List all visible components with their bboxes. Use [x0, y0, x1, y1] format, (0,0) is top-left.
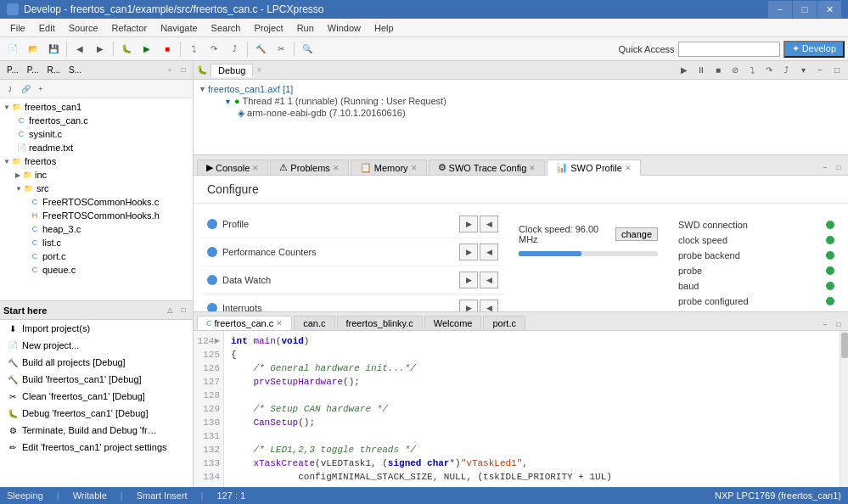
debug-arm[interactable]: ◈ arm-none-eabi-gdb (7.10.1.20160616) — [197, 107, 845, 120]
tree-item-hooks-h[interactable]: H FreeRTOSCommonHooks.h — [2, 209, 191, 222]
debug-root[interactable]: ▼ freertos_can1.axf [1] — [197, 83, 845, 95]
toolbar-save[interactable]: 💾 — [44, 40, 63, 59]
explorer-tab-p1[interactable]: P... — [3, 64, 22, 76]
start-here-maximize[interactable]: □ — [177, 305, 189, 316]
toolbar-debug[interactable]: 🐛 — [117, 40, 136, 59]
menu-window[interactable]: Window — [321, 21, 368, 35]
tab-console[interactable]: ▶ Console ✕ — [197, 160, 268, 175]
tree-new-file[interactable]: + — [34, 82, 48, 96]
menu-search[interactable]: Search — [205, 21, 248, 35]
debug-step-over[interactable]: ↷ — [761, 63, 777, 78]
menu-help[interactable]: Help — [368, 21, 401, 35]
debug-minimize[interactable]: − — [812, 63, 828, 78]
tab-swo-trace[interactable]: ⚙ SWO Trace Config ✕ — [429, 160, 546, 175]
quick-access-input[interactable] — [678, 42, 780, 57]
swo-maximize[interactable]: □ — [833, 161, 845, 173]
tree-item-readme[interactable]: 📄 readme.txt — [2, 141, 191, 154]
debug-tab-close[interactable]: ✕ — [256, 66, 262, 74]
tree-root[interactable]: ▼ 📁 freertos_can1 — [2, 100, 191, 114]
dw-btn1[interactable]: ▶ — [459, 272, 478, 288]
explorer-tab-r[interactable]: R... — [43, 64, 64, 76]
problems-tab-close[interactable]: ✕ — [333, 164, 340, 172]
toolbar-step-over[interactable]: ↷ — [205, 40, 223, 59]
action-debug[interactable]: 🐛 Debug 'freertos_can1' [Debug] — [0, 405, 193, 422]
toolbar-run[interactable]: ▶ — [138, 40, 156, 59]
tab-problems[interactable]: ⚠ Problems ✕ — [270, 160, 348, 175]
explorer-tab-s[interactable]: S... — [65, 64, 85, 76]
menu-refactor[interactable]: Refactor — [105, 21, 154, 35]
tree-item-heap[interactable]: C heap_3.c — [2, 222, 191, 236]
toolbar-fwd[interactable]: ▶ — [91, 40, 110, 59]
toolbar-new[interactable]: 📄 — [3, 40, 22, 59]
action-edit-settings[interactable]: ✏ Edit 'freertos_can1' project settings — [0, 439, 193, 456]
debug-step-return[interactable]: ⤴ — [778, 63, 794, 78]
tree-item-list[interactable]: C list.c — [2, 236, 191, 249]
debug-resume[interactable]: ▶ — [677, 63, 692, 78]
action-import[interactable]: ⬇ Import project(s) — [0, 320, 193, 337]
toolbar-stop[interactable]: ■ — [158, 40, 177, 59]
tab-port-c[interactable]: port.c — [483, 316, 525, 330]
freertos-can-c-close[interactable]: ✕ — [276, 319, 283, 328]
swo-minimize[interactable]: − — [819, 161, 831, 173]
debug-dropdown[interactable]: ▾ — [795, 63, 811, 78]
tree-item-port[interactable]: C port.c — [2, 249, 191, 263]
perspective-develop[interactable]: ✦ Develop — [783, 41, 845, 58]
debug-suspend[interactable]: ⏸ — [694, 63, 709, 78]
explorer-tab-p2[interactable]: P... — [24, 64, 42, 76]
tree-item-inc[interactable]: ▶ 📁 inc — [2, 168, 191, 182]
editor-maximize[interactable]: □ — [833, 318, 845, 330]
profile-btn1[interactable]: ▶ — [459, 216, 478, 232]
menu-navigate[interactable]: Navigate — [154, 21, 204, 35]
maximize-button[interactable]: □ — [793, 1, 817, 18]
code-vscroll[interactable] — [840, 331, 848, 487]
debug-terminate[interactable]: ■ — [710, 63, 726, 78]
tree-item-freertos-can-c[interactable]: C freertos_can.c — [2, 114, 191, 127]
toolbar-search[interactable]: 🔍 — [298, 40, 317, 59]
int-btn1[interactable]: ▶ — [459, 300, 478, 311]
toolbar-back[interactable]: ◀ — [70, 40, 89, 59]
action-build-all[interactable]: 🔨 Build all projects [Debug] — [0, 354, 193, 371]
swo-profile-tab-close[interactable]: ✕ — [625, 164, 632, 172]
debug-thread[interactable]: ▼ ● Thread #1 1 (runnable) (Running : Us… — [197, 95, 845, 107]
memory-tab-close[interactable]: ✕ — [411, 164, 418, 172]
dw-btn2[interactable]: ◀ — [480, 272, 498, 288]
debug-maximize[interactable]: □ — [829, 63, 845, 78]
toolbar-step-out[interactable]: ⤴ — [225, 40, 244, 59]
minimize-button[interactable]: − — [768, 1, 792, 18]
menu-run[interactable]: Run — [290, 21, 321, 35]
toolbar-open[interactable]: 📂 — [24, 40, 42, 59]
action-build-project[interactable]: 🔨 Build 'freertos_can1' [Debug] — [0, 371, 193, 388]
toolbar-build[interactable]: 🔨 — [251, 40, 270, 59]
action-clean[interactable]: ✂ Clean 'freertos_can1' [Debug] — [0, 388, 193, 405]
menu-edit[interactable]: Edit — [32, 21, 62, 35]
tab-blinky[interactable]: freertos_blinky.c — [337, 316, 423, 330]
clock-change-button[interactable]: change — [615, 227, 658, 241]
menu-project[interactable]: Project — [247, 21, 289, 35]
swo-trace-tab-close[interactable]: ✕ — [529, 164, 536, 172]
code-vscroll-thumb[interactable] — [841, 333, 848, 358]
start-here-minimize[interactable]: △ — [164, 305, 176, 316]
tree-link-editor[interactable]: 🔗 — [19, 82, 32, 96]
toolbar-clean[interactable]: ✂ — [272, 40, 290, 59]
editor-minimize[interactable]: − — [819, 318, 831, 330]
perf-btn2[interactable]: ◀ — [480, 244, 498, 260]
tree-item-sysinit[interactable]: C sysinit.c — [2, 127, 191, 141]
tab-debug[interactable]: Debug — [211, 64, 253, 77]
tab-welcome[interactable]: Welcome — [424, 316, 482, 330]
tree-collapse-all[interactable]: ⤸ — [3, 82, 17, 96]
int-btn2[interactable]: ◀ — [480, 300, 498, 311]
tab-freertos-can-c[interactable]: C freertos_can.c ✕ — [197, 316, 292, 331]
action-new[interactable]: 📄 New project... — [0, 337, 193, 354]
debug-disconnect[interactable]: ⊘ — [727, 63, 743, 78]
tab-can-c[interactable]: can.c — [294, 316, 334, 330]
console-tab-close[interactable]: ✕ — [252, 164, 259, 172]
explorer-maximize[interactable]: □ — [177, 64, 189, 76]
toolbar-step-in[interactable]: ⤵ — [184, 40, 203, 59]
tree-item-hooks-c[interactable]: C FreeRTOSCommonHooks.c — [2, 195, 191, 209]
menu-source[interactable]: Source — [62, 21, 105, 35]
tree-item-queue[interactable]: C queue.c — [2, 263, 191, 277]
explorer-minimize[interactable]: − — [164, 64, 176, 76]
tree-item-src[interactable]: ▼ 📁 src — [2, 182, 191, 195]
debug-step-into[interactable]: ⤵ — [744, 63, 760, 78]
action-terminate-build[interactable]: ⚙ Terminate, Build and Debug 'freertos_c… — [0, 422, 193, 439]
